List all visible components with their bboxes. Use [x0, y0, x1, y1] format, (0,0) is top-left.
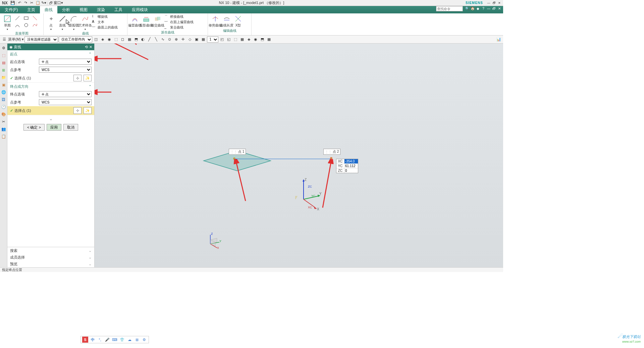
minimize-icon[interactable]: —: [486, 1, 491, 5]
filter-combo[interactable]: 没有选择过滤器: [24, 37, 58, 43]
arc-small-icon[interactable]: [13, 22, 21, 28]
copy-icon[interactable]: 📋: [35, 0, 41, 6]
end-ref-select[interactable]: WCS: [39, 99, 92, 105]
search-section[interactable]: 搜索⌄: [7, 247, 94, 254]
tb-icon-3[interactable]: ◉: [106, 37, 112, 43]
dialog-reset-icon[interactable]: ⟲: [85, 45, 88, 49]
trim-curve-button[interactable]: 修剪曲线: [210, 14, 221, 28]
dialog-close-icon[interactable]: ✕: [89, 45, 92, 49]
offset-on-face-item[interactable]: 〰在面上偏置曲线: [164, 19, 194, 25]
bridge-curve-item[interactable]: ⌒桥接曲线: [164, 14, 194, 19]
menu-icon[interactable]: ☰: [1, 37, 7, 43]
wand-button[interactable]: ✨: [84, 75, 92, 81]
tb-icon-17[interactable]: ▦: [200, 37, 206, 43]
undo-icon[interactable]: ↶: [17, 0, 22, 6]
cut-icon[interactable]: ✂: [29, 0, 35, 6]
menu-view[interactable]: 视图: [75, 6, 92, 13]
rect-small-icon[interactable]: [22, 15, 30, 21]
point-1-badge[interactable]: ⋮⋮点 1: [229, 149, 246, 155]
search-icon[interactable]: 🔍: [465, 6, 470, 11]
image-icon[interactable]: 🖼: [1, 96, 7, 102]
hd3d-icon[interactable]: ▣: [1, 82, 7, 88]
tb-icon-5[interactable]: ◻: [120, 37, 126, 43]
tb-icon-13[interactable]: ⊕: [173, 37, 179, 43]
menu-button[interactable]: 菜单(M): [8, 37, 21, 42]
command-search-input[interactable]: [436, 6, 463, 11]
tb-chart-icon[interactable]: 📊: [496, 37, 502, 43]
reuse-icon[interactable]: 📁: [1, 74, 7, 80]
helix-item[interactable]: ⌇螺旋线: [91, 14, 118, 19]
yc-input[interactable]: [344, 164, 358, 168]
tb-icon-11[interactable]: ∿: [160, 37, 166, 43]
min-doc-icon[interactable]: —: [486, 6, 491, 11]
xc-input[interactable]: [344, 159, 358, 163]
line-small-icon[interactable]: [13, 15, 21, 21]
help-icon[interactable]: ?: [481, 6, 486, 11]
section-start[interactable]: 起点 ⌃: [7, 50, 94, 58]
text-item[interactable]: A文本: [91, 19, 118, 25]
palette-icon[interactable]: 🎨: [1, 111, 7, 117]
tb-icon-7[interactable]: ⬒: [133, 37, 139, 43]
tb-icon-14[interactable]: ✛: [180, 37, 186, 43]
close-icon[interactable]: ✕: [497, 1, 502, 5]
point-2-badge[interactable]: ⋮⋮点 2: [323, 149, 340, 155]
curve-on-surface-item[interactable]: 〰曲面上的曲线: [91, 25, 118, 30]
point-dialog-button[interactable]: ⊹: [73, 75, 82, 81]
close-doc-icon[interactable]: ✕: [497, 6, 502, 11]
options-icon[interactable]: ◆: [476, 6, 480, 11]
home-icon[interactable]: 🏠: [470, 6, 475, 11]
tb-icon-20[interactable]: ⬚: [232, 37, 238, 43]
tb-icon-6[interactable]: ▦: [126, 37, 132, 43]
section-end[interactable]: 终点或方向 ⌃: [7, 83, 94, 90]
diag-small-icon[interactable]: [31, 15, 39, 21]
tb-icon-4[interactable]: ⬚: [113, 37, 119, 43]
wand-button-2[interactable]: ✨: [84, 107, 92, 114]
tb-icon-2[interactable]: ◈: [100, 37, 106, 43]
gear-icon[interactable]: ⚙: [1, 45, 7, 51]
offset-curve-button[interactable]: 偏置曲线: [129, 14, 140, 30]
menu-render[interactable]: 渲染: [92, 6, 110, 13]
dialog-header[interactable]: ◉ 直线 ⟲ ✕: [7, 44, 94, 50]
menu-home[interactable]: 主页: [22, 6, 40, 13]
max-doc-icon[interactable]: 🗗: [492, 6, 496, 11]
tb-icon-8[interactable]: ◐: [140, 37, 146, 43]
tb-icon-25[interactable]: ▦: [266, 37, 272, 43]
zc-input[interactable]: [344, 168, 358, 173]
start-ref-select[interactable]: WCS: [39, 67, 92, 73]
part-nav-icon[interactable]: ▤: [1, 60, 7, 66]
edit-icon[interactable]: ✎▾: [41, 0, 47, 6]
tb-icon-16[interactable]: ▣: [194, 37, 200, 43]
constraint-icon[interactable]: ⊞: [1, 67, 7, 73]
menu-file[interactable]: 文件(F): [0, 6, 22, 13]
roles-icon[interactable]: 👥: [1, 126, 7, 132]
save-icon[interactable]: 💾: [10, 0, 15, 6]
start-option-select[interactable]: ✛ 点: [39, 59, 92, 65]
point-dialog-button-2[interactable]: ⊹: [73, 107, 82, 114]
tb-icon-19[interactable]: ◱: [226, 37, 232, 43]
restore-icon[interactable]: 🗗: [492, 1, 496, 5]
tb-icon-9[interactable]: ╱: [147, 37, 153, 43]
apply-button[interactable]: 应用: [47, 124, 61, 131]
history-icon[interactable]: 🕐: [1, 104, 7, 110]
menu-app[interactable]: 应用模块: [127, 6, 153, 13]
menu-tools[interactable]: 工具: [110, 6, 127, 13]
redo-icon[interactable]: ↷: [23, 0, 29, 6]
tb-icon-21[interactable]: ▦: [239, 37, 245, 43]
menu-curve[interactable]: 曲线: [40, 6, 57, 13]
preview-section[interactable]: 预览⌄: [7, 261, 94, 267]
point-2-marker[interactable]: [330, 157, 332, 159]
menu-analysis[interactable]: 分析: [57, 6, 75, 13]
xform-button[interactable]: X型: [233, 14, 244, 28]
point-button[interactable]: ✛点▼: [46, 14, 56, 31]
circle-small-icon[interactable]: [22, 22, 30, 28]
nav-icon[interactable]: ⬚: [1, 52, 7, 58]
sketch-button[interactable]: 草图 ▼: [2, 14, 13, 31]
tb-icon-12[interactable]: ⊙: [167, 37, 173, 43]
clipboard-icon[interactable]: 📋: [1, 133, 7, 139]
tb-icon-24[interactable]: ⬒: [259, 37, 265, 43]
spline-button[interactable]: 艺术样条▼: [80, 14, 91, 31]
tb-icon-10[interactable]: ╲: [153, 37, 159, 43]
tb-icon-23[interactable]: ◉: [253, 37, 259, 43]
csys-triad[interactable]: Z ZC Y YC X XC: [295, 178, 322, 211]
num-combo[interactable]: 1: [207, 37, 218, 43]
